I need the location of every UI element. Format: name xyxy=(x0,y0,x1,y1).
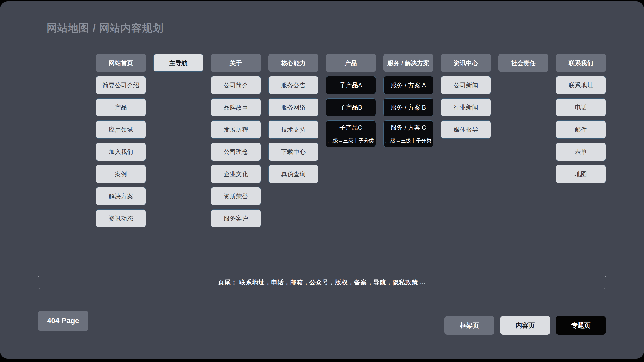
sitemap-node[interactable]: 应用领域 xyxy=(96,120,146,139)
column-about: 关于 公司简介 品牌故事 发展历程 公司理念 企业文化 资质荣誉 服务客户 xyxy=(211,54,261,227)
header-node-csr[interactable]: 社会责任 xyxy=(498,54,548,72)
sitemap-node[interactable]: 行业新闻 xyxy=(441,98,491,116)
page-title: 网站地图 / 网站内容规划 xyxy=(47,21,163,35)
header-node-products[interactable]: 产品 xyxy=(326,54,376,72)
header-node-news[interactable]: 资讯中心 xyxy=(441,54,491,72)
sitemap-node-special[interactable]: 子产品C 二级→三级丨子分类 xyxy=(326,120,376,147)
sitemap-node[interactable]: 发展历程 xyxy=(211,120,261,139)
column-services: 服务 / 解决方案 服务 / 方案 A 服务 / 方案 B 服务 / 方案 C … xyxy=(383,54,433,147)
sitemap-node[interactable]: 真伪查询 xyxy=(268,165,318,183)
legend-frame-page[interactable]: 框架页 xyxy=(444,316,494,335)
sitemap-node[interactable]: 服务客户 xyxy=(211,209,261,227)
sitemap-node-sublabel: 二级→三级丨子分类 xyxy=(384,135,433,147)
sitemap-node[interactable]: 技术支持 xyxy=(268,120,318,139)
sitemap-node[interactable]: 电话 xyxy=(556,98,606,116)
sitemap-node[interactable]: 加入我们 xyxy=(96,143,146,161)
sitemap-node[interactable]: 解决方案 xyxy=(96,187,146,205)
sitemap-node[interactable]: 服务网络 xyxy=(268,98,318,116)
legend: 框架页 内容页 专题页 xyxy=(444,316,606,335)
sitemap-node[interactable]: 联系地址 xyxy=(556,76,606,94)
sitemap-node-label: 子产品C xyxy=(326,121,376,135)
header-node-about[interactable]: 关于 xyxy=(211,54,261,72)
sitemap-node[interactable]: 媒体报导 xyxy=(441,120,491,139)
sitemap-node-special[interactable]: 子产品B xyxy=(326,98,376,116)
column-news: 资讯中心 公司新闻 行业新闻 媒体报导 xyxy=(441,54,491,139)
sitemap-node-special[interactable]: 服务 / 方案 A xyxy=(383,76,433,94)
sitemap-node-special[interactable]: 服务 / 方案 C 二级→三级丨子分类 xyxy=(383,120,433,147)
sitemap-node[interactable]: 企业文化 xyxy=(211,165,261,183)
column-csr: 社会责任 xyxy=(498,54,548,72)
header-node-main-nav[interactable]: 主导航 xyxy=(153,54,203,72)
sitemap-node[interactable]: 简要公司介绍 xyxy=(96,76,146,94)
sitemap-node[interactable]: 产品 xyxy=(96,98,146,116)
column-contact: 联系我们 联系地址 电话 邮件 表单 地图 xyxy=(556,54,606,183)
sitemap-canvas: 网站地图 / 网站内容规划 网站首页 简要公司介绍 产品 应用领域 加入我们 案… xyxy=(0,1,644,359)
sitemap-node-label: 服务 / 方案 C xyxy=(384,121,433,135)
sitemap-node[interactable]: 公司新闻 xyxy=(441,76,491,94)
column-home: 网站首页 简要公司介绍 产品 应用领域 加入我们 案例 解决方案 资讯动态 xyxy=(96,54,146,227)
header-node-services[interactable]: 服务 / 解决方案 xyxy=(383,54,433,72)
legend-special-page[interactable]: 专题页 xyxy=(556,316,606,335)
sitemap-node[interactable]: 公司理念 xyxy=(211,143,261,161)
sitemap-node[interactable]: 下载中心 xyxy=(268,143,318,161)
sitemap-node[interactable]: 品牌故事 xyxy=(211,98,261,116)
sitemap-node[interactable]: 资讯动态 xyxy=(96,209,146,227)
sitemap-node[interactable]: 公司简介 xyxy=(211,76,261,94)
page-404-node[interactable]: 404 Page xyxy=(38,311,88,331)
header-node-capabilities[interactable]: 核心能力 xyxy=(268,54,318,72)
sitemap-node[interactable]: 邮件 xyxy=(556,120,606,139)
sitemap-node[interactable]: 服务公告 xyxy=(268,76,318,94)
header-node-contact[interactable]: 联系我们 xyxy=(556,54,606,72)
footer-node[interactable]: 页尾： 联系地址，电话，邮箱，公众号，版权，备案，导航，隐私政策 ... xyxy=(38,276,606,289)
legend-content-page[interactable]: 内容页 xyxy=(500,316,550,335)
column-main-nav: 主导航 xyxy=(153,54,203,72)
sitemap-node-special[interactable]: 子产品A xyxy=(326,76,376,94)
sitemap-node[interactable]: 案例 xyxy=(96,165,146,183)
sitemap-node-sublabel: 二级→三级丨子分类 xyxy=(326,135,376,147)
sitemap-node-special[interactable]: 服务 / 方案 B xyxy=(383,98,433,116)
sitemap-node[interactable]: 表单 xyxy=(556,143,606,161)
sitemap-node[interactable]: 地图 xyxy=(556,165,606,183)
column-capabilities: 核心能力 服务公告 服务网络 技术支持 下载中心 真伪查询 xyxy=(268,54,318,183)
column-products: 产品 子产品A 子产品B 子产品C 二级→三级丨子分类 xyxy=(326,54,376,147)
sitemap-node[interactable]: 资质荣誉 xyxy=(211,187,261,205)
header-node-home[interactable]: 网站首页 xyxy=(96,54,146,72)
